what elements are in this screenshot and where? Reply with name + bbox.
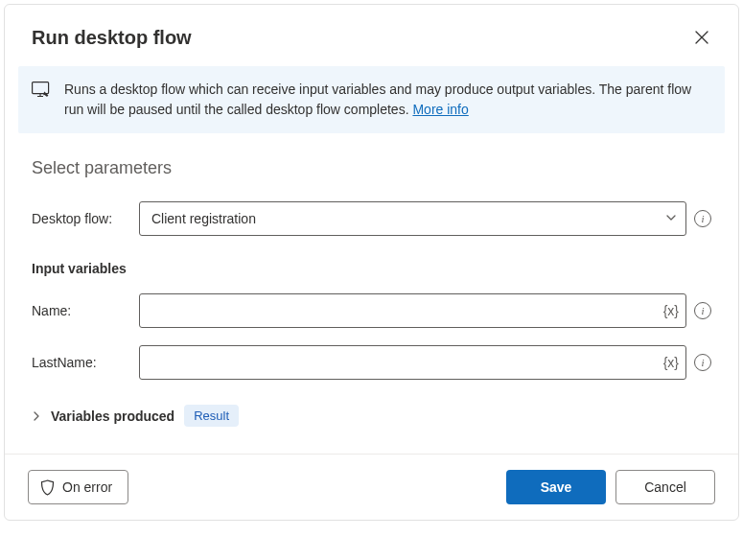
input-variables-heading: Input variables: [32, 261, 711, 276]
desktop-flow-label: Desktop flow:: [32, 211, 131, 226]
cancel-button[interactable]: Cancel: [615, 470, 715, 504]
dialog-title: Run desktop flow: [32, 27, 192, 49]
info-description: Runs a desktop flow which can receive in…: [64, 82, 691, 117]
input-row-lastname: LastName: {x} i: [32, 345, 711, 380]
close-button[interactable]: [688, 24, 715, 51]
desktop-flow-row: Desktop flow: Client registration i: [32, 201, 711, 236]
input-row-name: Name: {x} i: [32, 293, 711, 328]
variable-picker-icon[interactable]: {x}: [663, 355, 679, 370]
variables-produced-row[interactable]: Variables produced Result: [32, 405, 711, 427]
info-banner-text: Runs a desktop flow which can receive in…: [64, 80, 702, 120]
variables-produced-label: Variables produced: [51, 408, 174, 424]
result-variable-pill[interactable]: Result: [184, 405, 239, 427]
save-button[interactable]: Save: [506, 470, 606, 504]
on-error-button[interactable]: On error: [28, 470, 128, 504]
desktop-flow-select[interactable]: Client registration: [139, 201, 686, 236]
name-label: Name:: [32, 303, 131, 318]
close-icon: [695, 31, 708, 44]
variable-picker-icon[interactable]: {x}: [663, 303, 679, 318]
shield-icon: [40, 479, 55, 496]
chevron-right-icon: [32, 411, 41, 421]
lastname-label: LastName:: [32, 355, 131, 370]
dialog-footer: On error Save Cancel: [5, 454, 738, 520]
info-banner: Runs a desktop flow which can receive in…: [18, 66, 725, 133]
name-info-icon[interactable]: i: [694, 302, 711, 319]
desktop-flow-info-icon[interactable]: i: [694, 210, 711, 227]
run-desktop-flow-dialog: Run desktop flow Runs a desktop flow whi…: [4, 4, 739, 521]
svg-rect-0: [33, 82, 49, 94]
dialog-header: Run desktop flow: [5, 5, 738, 66]
name-input[interactable]: [139, 293, 686, 328]
on-error-label: On error: [62, 479, 112, 495]
more-info-link[interactable]: More info: [412, 102, 468, 117]
desktop-flow-value: Client registration: [151, 211, 256, 226]
dialog-body: Select parameters Desktop flow: Client r…: [5, 133, 738, 454]
lastname-input[interactable]: [139, 345, 686, 380]
desktop-flow-icon: [32, 82, 51, 120]
lastname-info-icon[interactable]: i: [694, 354, 711, 371]
select-parameters-heading: Select parameters: [32, 158, 711, 178]
